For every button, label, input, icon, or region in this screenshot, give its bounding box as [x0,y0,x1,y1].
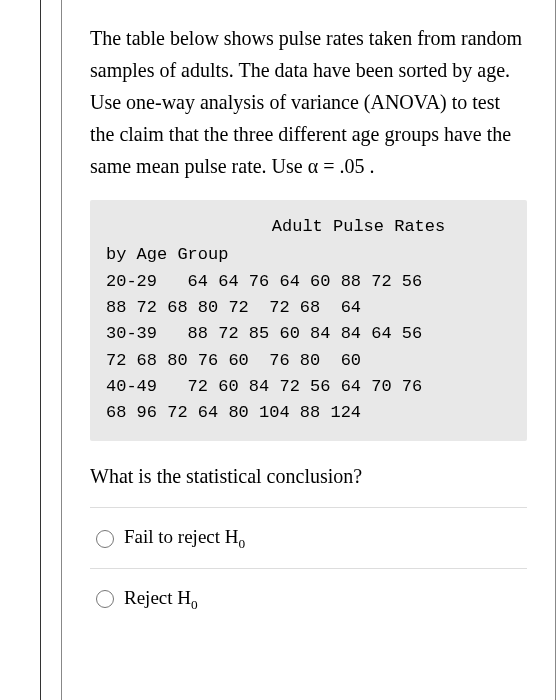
data-row: 30-39 88 72 85 60 84 84 64 56 [106,321,511,347]
data-row: 40-49 72 60 84 72 56 64 70 76 [106,374,511,400]
data-box: Adult Pulse Rates by Age Group 20-29 64 … [90,200,527,441]
data-row: 68 96 72 64 80 104 88 124 [106,400,511,426]
divider [90,568,527,569]
data-row: 88 72 68 80 72 72 68 64 [106,295,511,321]
option-label: Fail to reject H0 [124,526,245,552]
data-row: 20-29 64 64 76 64 60 88 72 56 [106,269,511,295]
data-title: Adult Pulse Rates [106,214,511,240]
question-card: The table below shows pulse rates taken … [61,0,556,700]
option-subscript: 0 [239,536,246,551]
data-row: 72 68 80 76 60 76 80 60 [106,348,511,374]
option-subscript: 0 [191,596,198,611]
radio-input[interactable] [96,590,114,608]
divider [90,507,527,508]
conclusion-prompt: What is the statistical conclusion? [90,461,527,491]
option-reject[interactable]: Reject H0 [90,583,527,629]
question-text: The table below shows pulse rates taken … [90,22,527,182]
option-label: Reject H0 [124,587,198,613]
radio-input[interactable] [96,530,114,548]
option-fail-to-reject[interactable]: Fail to reject H0 [90,522,527,568]
data-subtitle: by Age Group [106,242,511,268]
option-text: Reject H [124,587,191,608]
option-text: Fail to reject H [124,526,239,547]
